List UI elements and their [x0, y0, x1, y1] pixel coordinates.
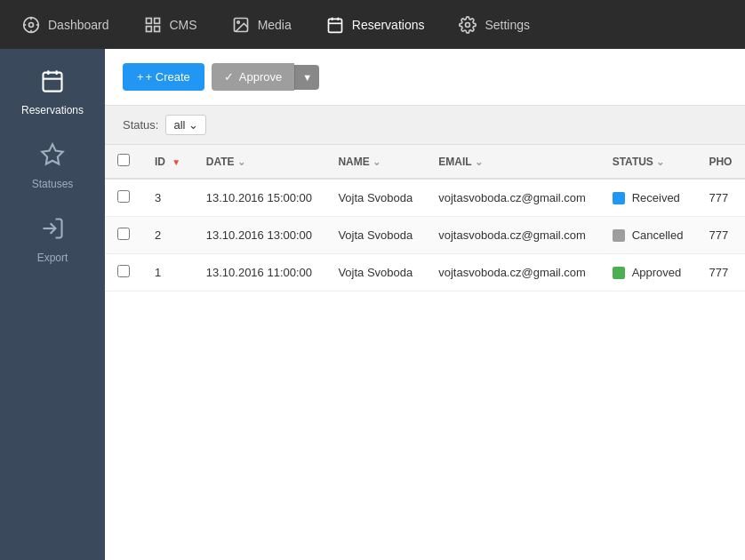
row-date: 13.10.2016 13:00:00: [194, 217, 326, 254]
row-phone: 777: [696, 217, 745, 254]
table-row: 1 13.10.2016 11:00:00 Vojta Svoboda vojt…: [105, 254, 745, 292]
sort-id-icon: [172, 157, 180, 167]
column-header-id[interactable]: ID: [142, 145, 194, 179]
header-checkbox-cell: [105, 145, 142, 179]
approve-check-icon: ✓: [224, 70, 234, 84]
status-filter-select[interactable]: all ⌄: [165, 115, 206, 135]
svg-rect-12: [328, 19, 341, 32]
sidebar-item-reservations[interactable]: Reservations: [0, 58, 105, 127]
toolbar: + + Create ✓ Approve ▼: [105, 49, 745, 106]
nav-item-cms[interactable]: CMS: [131, 8, 210, 42]
cms-icon: [143, 15, 163, 35]
sidebar-export-icon: [40, 216, 65, 246]
nav-label-cms: CMS: [170, 18, 197, 32]
row-checkbox-cell: [105, 254, 142, 292]
column-email-label: EMAIL: [438, 156, 471, 168]
status-filter-label: Status:: [123, 118, 158, 132]
svg-rect-7: [154, 18, 159, 23]
column-date-label: DATE: [206, 156, 235, 168]
row-id: 1: [142, 254, 194, 292]
row-email: vojtasvoboda.cz@gmail.com: [426, 217, 599, 254]
nav-label-dashboard: Dashboard: [48, 18, 109, 32]
status-filter-bar: Status: all ⌄: [105, 106, 745, 145]
approve-dropdown-button[interactable]: ▼: [294, 65, 319, 90]
sort-date-icon: [237, 156, 245, 168]
row-phone: 777: [696, 179, 745, 217]
column-phone-label: PHO: [709, 156, 732, 168]
top-navigation: Dashboard CMS Media Reserv: [0, 0, 745, 49]
sidebar-reservations-label: Reservations: [21, 104, 84, 116]
sidebar-item-statuses[interactable]: Statuses: [0, 132, 105, 201]
column-header-phone: PHO: [696, 145, 745, 179]
row-id: 2: [142, 217, 194, 254]
row-email: vojtasvoboda.cz@gmail.com: [426, 179, 599, 217]
row-status: Received: [600, 179, 697, 217]
row-checkbox[interactable]: [117, 265, 130, 277]
row-date: 13.10.2016 11:00:00: [194, 254, 326, 292]
reservations-icon: [325, 15, 345, 35]
row-name: Vojta Svoboda: [325, 217, 426, 254]
select-all-checkbox[interactable]: [117, 154, 130, 166]
row-phone: 777: [696, 254, 745, 292]
approve-button[interactable]: ✓ Approve: [212, 63, 294, 91]
status-dot-icon: [613, 267, 625, 279]
svg-rect-8: [154, 26, 159, 31]
column-id-label: ID: [155, 156, 165, 168]
status-label: Approved: [632, 266, 682, 279]
status-label: Cancelled: [632, 228, 684, 242]
create-plus-icon: +: [137, 70, 144, 84]
main-layout: Reservations Statuses Export: [0, 49, 745, 560]
svg-rect-17: [44, 73, 62, 92]
row-id: 3: [142, 179, 194, 217]
approve-button-group: ✓ Approve ▼: [212, 63, 319, 91]
table-row: 3 13.10.2016 15:00:00 Vojta Svoboda vojt…: [105, 179, 745, 217]
nav-item-media[interactable]: Media: [219, 8, 304, 42]
svg-rect-9: [146, 26, 151, 31]
dashboard-icon: [21, 15, 41, 35]
sort-status-icon: [656, 156, 664, 168]
row-checkbox[interactable]: [117, 228, 130, 240]
main-content: + + Create ✓ Approve ▼ Status: all ⌄: [105, 49, 745, 560]
sidebar-reservations-icon: [40, 68, 65, 99]
status-filter-value: all: [173, 118, 185, 132]
column-header-email[interactable]: EMAIL: [426, 145, 599, 179]
chevron-down-icon: ▼: [302, 72, 312, 83]
status-dot-icon: [613, 192, 625, 204]
row-checkbox-cell: [105, 179, 142, 217]
approve-label: Approve: [239, 70, 282, 84]
column-header-name[interactable]: NAME: [325, 145, 426, 179]
sidebar-export-label: Export: [37, 252, 68, 264]
svg-point-16: [466, 22, 470, 27]
column-header-status[interactable]: STATUS: [600, 145, 697, 179]
sidebar-statuses-label: Statuses: [32, 178, 74, 190]
sidebar: Reservations Statuses Export: [0, 49, 105, 560]
row-checkbox[interactable]: [117, 190, 130, 203]
row-checkbox-cell: [105, 217, 142, 254]
column-header-date[interactable]: DATE: [194, 145, 326, 179]
nav-item-dashboard[interactable]: Dashboard: [9, 8, 122, 42]
sidebar-item-export[interactable]: Export: [0, 205, 105, 275]
svg-rect-6: [146, 18, 151, 23]
sort-email-icon: [475, 156, 483, 168]
sidebar-statuses-icon: [40, 142, 65, 172]
row-date: 13.10.2016 15:00:00: [194, 179, 326, 217]
row-name: Vojta Svoboda: [325, 254, 426, 292]
settings-icon: [458, 15, 477, 35]
status-label: Received: [632, 191, 680, 204]
table-header: ID DATE NAME EMAIL: [105, 145, 745, 179]
table-body: 3 13.10.2016 15:00:00 Vojta Svoboda vojt…: [105, 179, 745, 292]
status-filter-arrow-icon: ⌄: [188, 118, 198, 132]
create-button[interactable]: + + Create: [123, 63, 204, 91]
media-icon: [231, 15, 251, 35]
svg-point-11: [236, 20, 239, 22]
column-status-label: STATUS: [613, 156, 653, 168]
nav-item-settings[interactable]: Settings: [445, 8, 542, 42]
nav-label-media: Media: [258, 18, 292, 32]
reservations-table-wrapper: ID DATE NAME EMAIL: [105, 145, 745, 292]
column-name-label: NAME: [338, 156, 369, 168]
nav-label-settings: Settings: [485, 18, 530, 32]
nav-item-reservations[interactable]: Reservations: [313, 8, 437, 42]
svg-marker-21: [42, 144, 62, 164]
create-label: + Create: [146, 70, 190, 84]
sort-name-icon: [372, 156, 381, 168]
